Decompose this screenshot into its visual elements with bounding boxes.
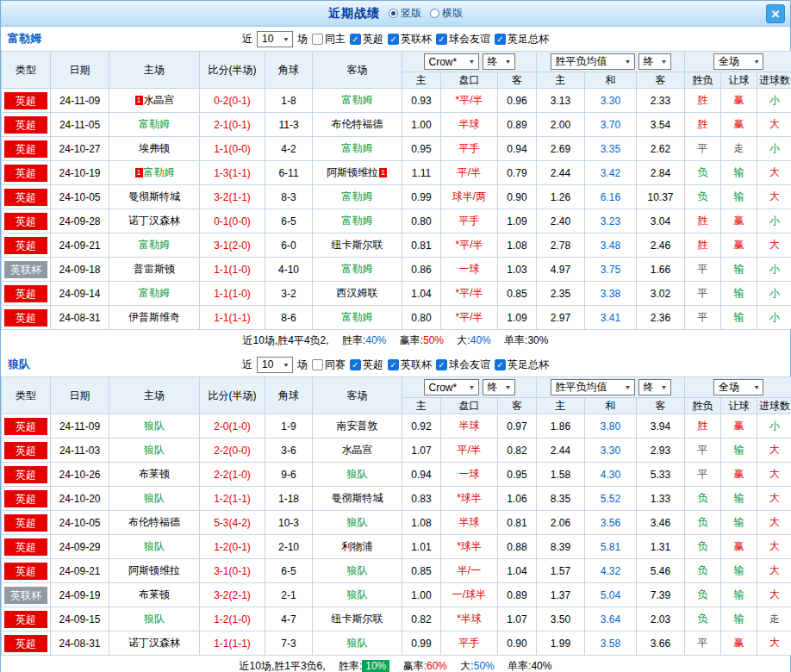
away-team-cell[interactable]: 南安普敦 xyxy=(313,414,402,439)
away-team-name[interactable]: 狼队 xyxy=(347,468,368,480)
away-team-name[interactable]: 纽卡斯尔联 xyxy=(332,239,383,251)
league-checkbox-epl[interactable]: ✓ 英超 xyxy=(350,358,383,372)
home-team-name[interactable]: 布莱顿 xyxy=(139,468,170,480)
home-team-cell[interactable]: 布伦特福德 xyxy=(109,511,200,535)
home-team-cell[interactable]: 埃弗顿 xyxy=(109,137,200,161)
away-team-cell[interactable]: 富勒姆 xyxy=(313,185,402,209)
away-team-cell[interactable]: 狼队 xyxy=(313,463,402,487)
away-team-name[interactable]: 富勒姆 xyxy=(342,142,373,154)
away-team-name[interactable]: 富勒姆 xyxy=(342,94,373,106)
away-team-name[interactable]: 狼队 xyxy=(347,564,368,576)
away-team-name[interactable]: 利物浦 xyxy=(342,540,373,552)
league-checkbox-league-cup[interactable]: ✓ 英联杯 xyxy=(388,32,432,47)
away-team-name[interactable]: 狼队 xyxy=(347,637,368,649)
home-team-name[interactable]: 富勒姆 xyxy=(139,287,170,299)
home-team-cell[interactable]: 狼队 xyxy=(109,607,200,632)
home-team-cell[interactable]: 富勒姆 xyxy=(109,282,200,306)
away-team-name[interactable]: 曼彻斯特城 xyxy=(332,492,383,504)
away-team-name[interactable]: 狼队 xyxy=(347,516,368,528)
league-checkbox-club-friendly[interactable]: ✓ 球会友谊 xyxy=(436,32,490,47)
home-team-name[interactable]: 普雷斯顿 xyxy=(134,263,175,275)
home-team-cell[interactable]: 富勒姆 xyxy=(109,113,200,137)
away-team-name[interactable]: 富勒姆 xyxy=(342,215,373,227)
home-team-name[interactable]: 富勒姆 xyxy=(139,239,170,251)
away-team-name[interactable]: 南安普敦 xyxy=(337,420,378,432)
home-team-cell[interactable]: 阿斯顿维拉 xyxy=(109,559,200,583)
home-team-cell[interactable]: 狼队 xyxy=(109,439,200,463)
avg-type-select[interactable]: 胜平负均值▼ xyxy=(551,53,635,70)
home-team-cell[interactable]: 布莱顿 xyxy=(109,463,200,487)
away-team-cell[interactable]: 狼队 xyxy=(313,511,402,535)
away-team-cell[interactable]: 水晶宫 xyxy=(313,439,402,463)
away-team-cell[interactable]: 纽卡斯尔联 xyxy=(313,607,402,632)
league-checkbox-club-friendly[interactable]: ✓ 球会友谊 xyxy=(436,358,490,372)
league-checkbox-epl[interactable]: ✓ 英超 xyxy=(350,32,383,47)
away-team-cell[interactable]: 富勒姆 xyxy=(313,209,402,233)
away-team-cell[interactable]: 狼队 xyxy=(313,559,402,583)
home-team-name[interactable]: 曼彻斯特城 xyxy=(128,190,180,202)
away-team-cell[interactable]: 曼彻斯特城 xyxy=(313,487,402,511)
away-team-cell[interactable]: 富勒姆 xyxy=(313,89,402,113)
home-team-cell[interactable]: 狼队 xyxy=(109,535,200,559)
home-team-cell[interactable]: 狼队 xyxy=(109,487,200,511)
home-team-name[interactable]: 水晶宫 xyxy=(144,94,175,106)
away-team-name[interactable]: 阿斯顿维拉 xyxy=(327,166,378,178)
scope-select[interactable]: 全场▼ xyxy=(713,379,763,395)
match-count-select[interactable]: 10 ▼ xyxy=(257,357,293,373)
away-team-cell[interactable]: 富勒姆 xyxy=(313,306,402,330)
home-team-name[interactable]: 阿斯顿维拉 xyxy=(128,564,180,576)
odds-company-select[interactable]: Crow*▼ xyxy=(424,379,479,395)
same-venue-checkbox[interactable]: 同主 xyxy=(312,32,346,47)
home-team-name[interactable]: 诺丁汉森林 xyxy=(128,215,180,227)
home-team-name[interactable]: 狼队 xyxy=(144,540,165,552)
avg-time-select[interactable]: 终▼ xyxy=(638,379,671,395)
home-team-name[interactable]: 狼队 xyxy=(144,444,165,456)
home-team-name[interactable]: 布伦特福德 xyxy=(128,516,180,528)
away-team-cell[interactable]: 西汉姆联 xyxy=(313,282,402,306)
home-team-cell[interactable]: 诺丁汉森林 xyxy=(109,632,200,656)
home-team-cell[interactable]: 伊普斯维奇 xyxy=(109,306,200,330)
league-checkbox-league-cup[interactable]: ✓ 英联杯 xyxy=(388,358,432,372)
scope-select[interactable]: 全场▼ xyxy=(713,53,763,70)
home-team-name[interactable]: 狼队 xyxy=(144,420,165,432)
away-team-cell[interactable]: 富勒姆 xyxy=(313,258,402,282)
home-team-cell[interactable]: 布莱顿 xyxy=(109,583,200,607)
horizontal-layout-radio[interactable]: 横版 xyxy=(430,6,463,21)
away-team-name[interactable]: 富勒姆 xyxy=(342,263,373,275)
home-team-cell[interactable]: 1水晶宫 xyxy=(109,89,200,113)
home-team-cell[interactable]: 曼彻斯特城 xyxy=(109,185,200,209)
away-team-name[interactable]: 富勒姆 xyxy=(342,190,373,202)
home-team-name[interactable]: 埃弗顿 xyxy=(139,142,170,154)
away-team-name[interactable]: 布伦特福德 xyxy=(332,118,383,130)
vertical-layout-radio[interactable]: 竖版 xyxy=(389,6,421,21)
home-team-name[interactable]: 狼队 xyxy=(144,613,165,625)
away-team-cell[interactable]: 阿斯顿维拉1 xyxy=(313,161,402,185)
same-competition-checkbox[interactable]: 同赛 xyxy=(312,358,346,372)
home-team-name[interactable]: 伊普斯维奇 xyxy=(128,311,180,323)
odds-company-select[interactable]: Crow*▼ xyxy=(424,53,479,70)
avg-time-select[interactable]: 终▼ xyxy=(638,53,671,70)
league-checkbox-fa-cup[interactable]: ✓ 英足总杯 xyxy=(495,358,549,372)
away-team-cell[interactable]: 狼队 xyxy=(313,583,402,607)
away-team-cell[interactable]: 利物浦 xyxy=(313,535,402,559)
home-team-name[interactable]: 狼队 xyxy=(144,492,165,504)
home-team-cell[interactable]: 普雷斯顿 xyxy=(109,258,200,282)
avg-type-select[interactable]: 胜平负均值▼ xyxy=(551,379,635,395)
home-team-cell[interactable]: 1富勒姆 xyxy=(109,161,200,185)
odds-time-select[interactable]: 终▼ xyxy=(483,379,515,395)
home-team-name[interactable]: 富勒姆 xyxy=(144,166,175,178)
odds-time-select[interactable]: 终▼ xyxy=(483,53,515,70)
home-team-name[interactable]: 布莱顿 xyxy=(139,588,170,600)
away-team-name[interactable]: 纽卡斯尔联 xyxy=(332,613,383,625)
away-team-name[interactable]: 西汉姆联 xyxy=(337,287,378,299)
home-team-cell[interactable]: 诺丁汉森林 xyxy=(109,209,200,233)
away-team-cell[interactable]: 富勒姆 xyxy=(313,137,402,161)
away-team-name[interactable]: 狼队 xyxy=(347,588,368,600)
away-team-cell[interactable]: 布伦特福德 xyxy=(313,113,402,137)
league-checkbox-fa-cup[interactable]: ✓ 英足总杯 xyxy=(495,32,549,47)
home-team-cell[interactable]: 狼队 xyxy=(109,414,200,439)
away-team-name[interactable]: 富勒姆 xyxy=(342,311,373,323)
away-team-cell[interactable]: 纽卡斯尔联 xyxy=(313,233,402,258)
close-button[interactable]: ✕ xyxy=(766,4,785,23)
away-team-cell[interactable]: 狼队 xyxy=(313,632,402,656)
